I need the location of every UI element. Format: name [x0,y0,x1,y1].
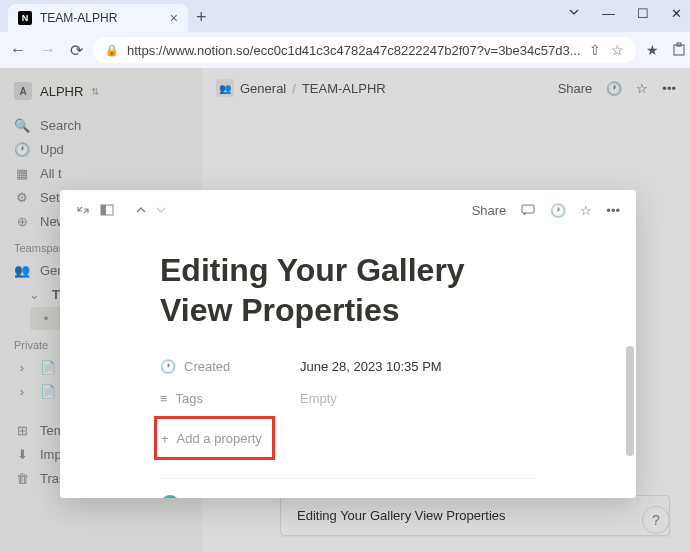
sidebar-updates[interactable]: 🕐Upd [6,138,196,161]
add-property-button[interactable]: + Add a property [161,422,262,454]
plus-icon: + [161,431,169,446]
address-bar: ← → ⟳ 🔒 https://www.notion.so/ecc0c1d41c… [0,32,690,68]
add-comment[interactable]: Add a comment... [160,489,536,498]
divider [160,478,536,479]
templates-icon: ⊞ [14,423,30,438]
chevron-right-icon: › [14,384,30,399]
chevron-down-icon: ⌄ [26,287,42,302]
next-page-icon[interactable] [154,203,168,217]
star-url-icon[interactable]: ☆ [611,42,624,58]
list-icon: ≡ [160,391,168,406]
team-icon: 👥 [14,263,30,278]
share-button[interactable]: Share [472,203,507,218]
help-button[interactable]: ? [642,506,670,534]
workspace-switcher[interactable]: A ALPHR ⇅ [6,78,196,104]
user-avatar [160,495,180,498]
close-window-icon[interactable]: ✕ [671,6,682,21]
gear-icon: ⚙ [14,190,30,205]
browser-tab[interactable]: N TEAM-ALPHR × [8,4,188,32]
sidebar-search[interactable]: 🔍Search [6,114,196,137]
share-button[interactable]: Share [558,81,593,96]
search-icon: 🔍 [14,118,30,133]
favorite-icon[interactable]: ☆ [580,203,592,218]
page-title[interactable]: Editing Your Gallery View Properties [160,250,536,330]
notion-favicon: N [18,11,32,25]
chevron-down-icon[interactable] [568,6,580,21]
updates-icon[interactable]: 🕐 [550,203,566,218]
svg-rect-3 [101,205,106,215]
forward-button[interactable]: → [40,41,56,60]
teamspaces-icon: ▦ [14,166,30,181]
lock-icon: 🔒 [105,44,119,57]
sidebar-all-teamspaces[interactable]: ▦All t [6,162,196,185]
add-property-highlight: + Add a property [154,416,275,460]
team-badge-icon: 👥 [216,79,234,97]
peek-mode-icon[interactable] [100,203,114,217]
close-tab-icon[interactable]: × [170,10,178,26]
window-controls: — ☐ ✕ [568,6,682,21]
property-created[interactable]: 🕐Created June 28, 2023 10:35 PM [160,350,536,382]
more-icon[interactable]: ••• [662,81,676,96]
page-modal: Share 🕐 ☆ ••• Editing Your Gallery View … [60,190,636,498]
url-input[interactable]: 🔒 https://www.notion.so/ecc0c1d41c3c4782… [93,37,636,63]
page-icon: 📄 [40,384,56,399]
reload-button[interactable]: ⟳ [70,41,83,60]
gallery-card[interactable]: Editing Your Gallery View Properties [280,495,670,536]
puzzle-icon[interactable] [671,42,687,58]
minimize-icon[interactable]: — [602,6,615,21]
more-icon[interactable]: ••• [606,203,620,218]
import-icon: ⬇ [14,447,30,462]
plus-circle-icon: ⊕ [14,214,30,229]
share-url-icon[interactable]: ⇧ [589,42,601,58]
bullet-icon: • [38,311,54,326]
updates-icon[interactable]: 🕐 [606,81,622,96]
url-text: https://www.notion.so/ecc0c1d41c3c4782a4… [127,43,581,58]
back-button[interactable]: ← [10,41,26,60]
chevron-icon: ⇅ [91,86,99,97]
maximize-icon[interactable]: ☐ [637,6,649,21]
breadcrumb[interactable]: 👥 General / TEAM-ALPHR [216,79,386,97]
workspace-badge: A [14,82,32,100]
tab-title: TEAM-ALPHR [40,11,117,25]
comments-icon[interactable] [520,202,536,218]
clock-icon: 🕐 [160,359,176,374]
prev-page-icon[interactable] [134,203,148,217]
expand-icon[interactable] [76,203,90,217]
trash-icon: 🗑 [14,471,30,486]
property-tags[interactable]: ≡Tags Empty [160,382,536,414]
new-tab-button[interactable]: + [196,7,207,32]
browser-tab-strip: N TEAM-ALPHR × + — ☐ ✕ [0,0,690,32]
tags-value: Empty [300,391,337,406]
favorite-icon[interactable]: ☆ [636,81,648,96]
page-icon: 📄 [40,360,56,375]
comment-placeholder: Add a comment... [190,498,292,499]
svg-rect-4 [522,205,534,213]
created-value: June 28, 2023 10:35 PM [300,359,442,374]
scrollbar[interactable] [626,346,634,456]
clock-icon: 🕐 [14,142,30,157]
top-bar: 👥 General / TEAM-ALPHR Share 🕐 ☆ ••• [202,68,690,108]
workspace-name: ALPHR [40,84,83,99]
extensions-icon[interactable]: ★ [646,42,659,58]
chevron-right-icon: › [14,360,30,375]
